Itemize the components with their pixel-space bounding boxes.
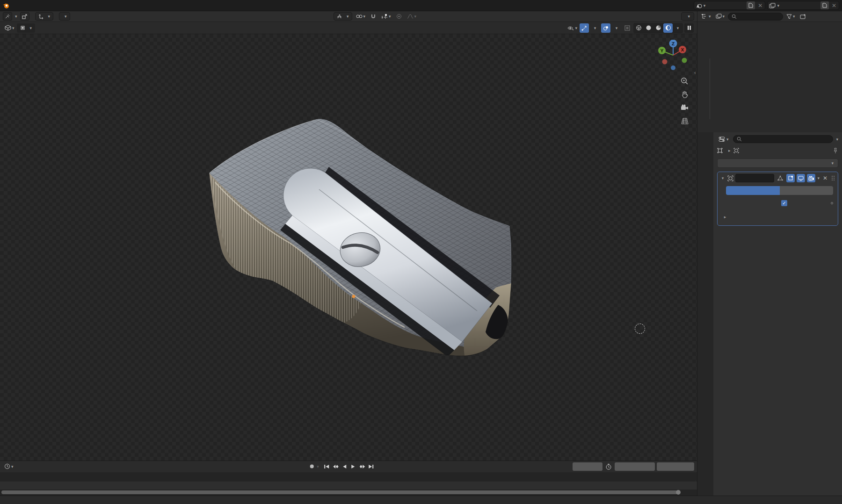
viewport-column: ▾ ▾ ▾ ▾ ▾ bbox=[0, 22, 697, 496]
orientation-dropdown[interactable]: ▾ bbox=[35, 12, 54, 21]
advanced-section[interactable]: ▸ bbox=[722, 212, 838, 222]
editor-type-3d-icon[interactable]: ▾ bbox=[3, 24, 16, 32]
shading-wireframe-button[interactable] bbox=[634, 23, 643, 33]
transform-orientation-dropdown[interactable]: ▾ bbox=[334, 12, 352, 21]
jump-to-start-button[interactable] bbox=[323, 462, 331, 470]
view-layer-selector[interactable]: ▾ ✕ bbox=[767, 1, 839, 10]
pause-render-button[interactable] bbox=[684, 23, 694, 33]
frame-end-field[interactable] bbox=[657, 462, 694, 471]
scale-tool-icon[interactable] bbox=[20, 12, 29, 21]
outliner-filter-id-dropdown[interactable]: ▾ bbox=[714, 12, 726, 21]
outliner-display-mode-dropdown[interactable]: ▾ bbox=[700, 12, 712, 21]
overlays-toggle[interactable] bbox=[601, 23, 610, 33]
new-scene-button[interactable] bbox=[747, 1, 755, 9]
scene-selector[interactable]: ▾ ✕ bbox=[694, 1, 766, 10]
play-button[interactable] bbox=[349, 462, 357, 470]
snap-settings-dropdown[interactable]: ▾ bbox=[380, 12, 392, 21]
subsurf-modifier-icon bbox=[727, 175, 733, 181]
shading-rendered-button[interactable] bbox=[663, 23, 673, 33]
edit-mode-toggle[interactable] bbox=[786, 174, 795, 182]
xray-toggle[interactable] bbox=[623, 23, 632, 33]
scene-icon[interactable] bbox=[694, 3, 704, 8]
snap-toggle[interactable] bbox=[369, 12, 377, 21]
animate-dot[interactable] bbox=[831, 202, 833, 204]
scrollbar-thumb[interactable] bbox=[1, 490, 678, 494]
new-collection-button[interactable] bbox=[798, 12, 807, 21]
panel-disclosure-icon[interactable]: ▾ bbox=[720, 176, 726, 180]
auto-keying-button[interactable] bbox=[308, 462, 316, 470]
simple-button[interactable] bbox=[780, 186, 834, 195]
search-icon bbox=[732, 14, 737, 19]
shading-material-button[interactable] bbox=[653, 23, 663, 33]
render-display-toggle[interactable] bbox=[807, 174, 815, 182]
catmull-clark-button[interactable] bbox=[726, 186, 780, 195]
scrollbar-zoom-handle[interactable] bbox=[676, 490, 681, 495]
new-view-layer-button[interactable] bbox=[820, 1, 829, 9]
viewport-header: ▾ ▾ ▾ ▾ ▾ bbox=[0, 22, 697, 34]
timeline-tracks[interactable] bbox=[0, 481, 697, 490]
shading-dropdown[interactable]: ▾ bbox=[673, 23, 682, 33]
gizmos-toggle[interactable] bbox=[580, 23, 589, 33]
ortho-grid-icon[interactable] bbox=[681, 118, 689, 124]
frame-start-field[interactable] bbox=[615, 462, 655, 471]
close-modifier-button[interactable]: ✕ bbox=[821, 175, 829, 181]
current-frame-field[interactable] bbox=[573, 462, 602, 471]
outliner-search-input[interactable] bbox=[728, 13, 783, 21]
object-icon bbox=[717, 148, 723, 153]
modifier-extras-dropdown[interactable]: ▾ bbox=[817, 176, 820, 180]
pin-icon[interactable] bbox=[833, 148, 838, 154]
drag-dropdown[interactable]: ▾ bbox=[59, 12, 70, 21]
global-axes-icon bbox=[337, 14, 342, 19]
navigation-gizmo[interactable]: Z X Y bbox=[657, 40, 690, 73]
modifier-panel-header: ▾ ▾ ✕ bbox=[718, 172, 838, 184]
pan-hand-icon[interactable] bbox=[681, 91, 689, 99]
remove-view-layer-button[interactable]: ✕ bbox=[829, 2, 839, 9]
properties-options-dropdown[interactable]: ▾ bbox=[836, 137, 838, 142]
add-modifier-button[interactable]: ▾ bbox=[717, 158, 838, 168]
search-icon bbox=[737, 137, 742, 142]
editor-type-timeline-icon[interactable]: ▾ bbox=[3, 462, 15, 471]
header-row-2: ▾ ▾ ▾ ▾ ▾ bbox=[0, 11, 842, 22]
unlink-scene-button[interactable]: ✕ bbox=[755, 2, 765, 9]
overlays-dropdown[interactable]: ▾ bbox=[612, 23, 621, 33]
outliner-header: ▾ ▾ ▾ bbox=[697, 11, 842, 22]
pivot-point-dropdown[interactable]: ▾ bbox=[355, 12, 367, 21]
camera-view-icon[interactable] bbox=[681, 104, 689, 111]
active-tool-icon[interactable] bbox=[3, 12, 12, 21]
editor-type-properties-icon[interactable]: ▾ bbox=[717, 135, 730, 144]
collapse-arrow-icon[interactable]: ‹ bbox=[694, 70, 696, 76]
chevron-down-icon: ▾ bbox=[704, 3, 706, 8]
outliner-filter-dropdown[interactable]: ▾ bbox=[785, 12, 797, 21]
timeline-ruler[interactable]: › ‹ bbox=[0, 472, 697, 482]
drag-handle-icon[interactable] bbox=[831, 175, 835, 181]
mode-dropdown[interactable]: ▾ bbox=[17, 23, 36, 33]
blender-logo-icon[interactable] bbox=[0, 2, 12, 9]
properties-header: ▾ ▾ bbox=[717, 132, 838, 144]
optimal-display-checkbox[interactable]: ✓ bbox=[781, 200, 787, 206]
on-cage-toggle[interactable] bbox=[776, 174, 784, 182]
timeline-scrollbar[interactable] bbox=[0, 490, 697, 496]
realtime-display-toggle[interactable] bbox=[797, 174, 805, 182]
subdivision-type-segment bbox=[726, 186, 833, 195]
zoom-icon[interactable] bbox=[681, 77, 689, 85]
view-layer-icon[interactable] bbox=[768, 3, 777, 8]
prev-keyframe-button[interactable] bbox=[332, 462, 340, 470]
modifier-icon bbox=[733, 148, 739, 153]
options-button[interactable]: ▾ bbox=[681, 12, 694, 21]
svg-text:Y: Y bbox=[660, 49, 664, 53]
section-disclosure-icon[interactable]: ▸ bbox=[722, 215, 728, 219]
jump-to-end-button[interactable] bbox=[367, 462, 375, 470]
subdivision-modifier-panel: ▾ ▾ ✕ bbox=[717, 172, 838, 226]
proportional-edit-toggle[interactable] bbox=[395, 12, 403, 21]
modifier-name-field[interactable] bbox=[735, 174, 774, 182]
properties-search-input[interactable] bbox=[733, 135, 834, 143]
gizmos-dropdown[interactable]: ▾ bbox=[590, 23, 600, 33]
next-keyframe-button[interactable] bbox=[358, 462, 366, 470]
chevron-down-icon: ▾ bbox=[15, 14, 17, 19]
object-visibility-dropdown[interactable]: ▾ bbox=[566, 23, 578, 33]
properties-tab-strip bbox=[697, 132, 713, 496]
proportional-falloff-dropdown[interactable]: ▾ bbox=[406, 12, 418, 21]
viewport-canvas[interactable]: Z X Y ‹ bbox=[0, 34, 697, 461]
shading-solid-button[interactable] bbox=[644, 23, 653, 33]
play-reverse-button[interactable] bbox=[341, 462, 348, 470]
